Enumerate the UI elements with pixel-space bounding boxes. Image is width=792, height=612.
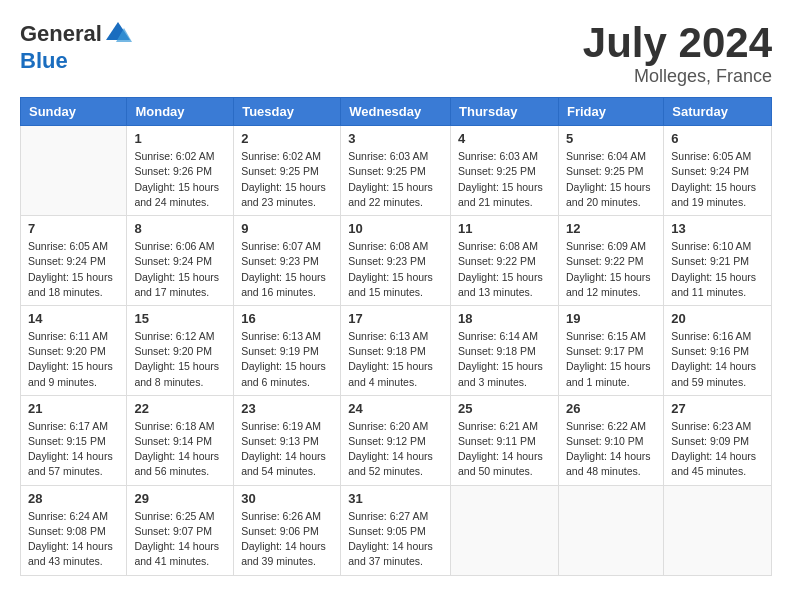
day-info: Sunrise: 6:23 AM Sunset: 9:09 PM Dayligh…	[671, 419, 764, 480]
day-number: 30	[241, 491, 333, 506]
calendar-cell: 30Sunrise: 6:26 AM Sunset: 9:06 PM Dayli…	[234, 485, 341, 575]
day-info: Sunrise: 6:24 AM Sunset: 9:08 PM Dayligh…	[28, 509, 119, 570]
day-number: 5	[566, 131, 656, 146]
calendar-cell: 28Sunrise: 6:24 AM Sunset: 9:08 PM Dayli…	[21, 485, 127, 575]
day-info: Sunrise: 6:25 AM Sunset: 9:07 PM Dayligh…	[134, 509, 226, 570]
day-info: Sunrise: 6:21 AM Sunset: 9:11 PM Dayligh…	[458, 419, 551, 480]
day-info: Sunrise: 6:13 AM Sunset: 9:19 PM Dayligh…	[241, 329, 333, 390]
day-info: Sunrise: 6:03 AM Sunset: 9:25 PM Dayligh…	[458, 149, 551, 210]
title-section: July 2024 Molleges, France	[583, 20, 772, 87]
day-number: 18	[458, 311, 551, 326]
day-number: 23	[241, 401, 333, 416]
day-info: Sunrise: 6:08 AM Sunset: 9:23 PM Dayligh…	[348, 239, 443, 300]
calendar-week-5: 28Sunrise: 6:24 AM Sunset: 9:08 PM Dayli…	[21, 485, 772, 575]
day-number: 11	[458, 221, 551, 236]
day-info: Sunrise: 6:09 AM Sunset: 9:22 PM Dayligh…	[566, 239, 656, 300]
day-info: Sunrise: 6:27 AM Sunset: 9:05 PM Dayligh…	[348, 509, 443, 570]
day-number: 29	[134, 491, 226, 506]
calendar-cell: 16Sunrise: 6:13 AM Sunset: 9:19 PM Dayli…	[234, 305, 341, 395]
calendar-cell: 31Sunrise: 6:27 AM Sunset: 9:05 PM Dayli…	[341, 485, 451, 575]
calendar-cell	[664, 485, 772, 575]
day-info: Sunrise: 6:05 AM Sunset: 9:24 PM Dayligh…	[671, 149, 764, 210]
day-number: 27	[671, 401, 764, 416]
day-info: Sunrise: 6:18 AM Sunset: 9:14 PM Dayligh…	[134, 419, 226, 480]
location-title: Molleges, France	[583, 66, 772, 87]
calendar-cell	[21, 126, 127, 216]
day-info: Sunrise: 6:10 AM Sunset: 9:21 PM Dayligh…	[671, 239, 764, 300]
calendar-cell: 14Sunrise: 6:11 AM Sunset: 9:20 PM Dayli…	[21, 305, 127, 395]
calendar-cell: 15Sunrise: 6:12 AM Sunset: 9:20 PM Dayli…	[127, 305, 234, 395]
calendar-week-3: 14Sunrise: 6:11 AM Sunset: 9:20 PM Dayli…	[21, 305, 772, 395]
calendar-cell: 6Sunrise: 6:05 AM Sunset: 9:24 PM Daylig…	[664, 126, 772, 216]
day-number: 9	[241, 221, 333, 236]
day-number: 2	[241, 131, 333, 146]
month-year-title: July 2024	[583, 20, 772, 66]
calendar-cell: 13Sunrise: 6:10 AM Sunset: 9:21 PM Dayli…	[664, 216, 772, 306]
calendar-cell: 5Sunrise: 6:04 AM Sunset: 9:25 PM Daylig…	[558, 126, 663, 216]
calendar-cell: 3Sunrise: 6:03 AM Sunset: 9:25 PM Daylig…	[341, 126, 451, 216]
weekday-header-monday: Monday	[127, 98, 234, 126]
weekday-header-friday: Friday	[558, 98, 663, 126]
day-number: 26	[566, 401, 656, 416]
calendar-cell: 25Sunrise: 6:21 AM Sunset: 9:11 PM Dayli…	[451, 395, 559, 485]
day-number: 1	[134, 131, 226, 146]
day-info: Sunrise: 6:17 AM Sunset: 9:15 PM Dayligh…	[28, 419, 119, 480]
day-info: Sunrise: 6:02 AM Sunset: 9:25 PM Dayligh…	[241, 149, 333, 210]
logo: General Blue	[20, 20, 132, 74]
day-info: Sunrise: 6:19 AM Sunset: 9:13 PM Dayligh…	[241, 419, 333, 480]
day-info: Sunrise: 6:12 AM Sunset: 9:20 PM Dayligh…	[134, 329, 226, 390]
day-number: 6	[671, 131, 764, 146]
day-info: Sunrise: 6:16 AM Sunset: 9:16 PM Dayligh…	[671, 329, 764, 390]
day-number: 22	[134, 401, 226, 416]
day-number: 12	[566, 221, 656, 236]
day-number: 20	[671, 311, 764, 326]
day-number: 28	[28, 491, 119, 506]
calendar-cell: 1Sunrise: 6:02 AM Sunset: 9:26 PM Daylig…	[127, 126, 234, 216]
day-info: Sunrise: 6:26 AM Sunset: 9:06 PM Dayligh…	[241, 509, 333, 570]
day-info: Sunrise: 6:07 AM Sunset: 9:23 PM Dayligh…	[241, 239, 333, 300]
day-number: 8	[134, 221, 226, 236]
day-info: Sunrise: 6:06 AM Sunset: 9:24 PM Dayligh…	[134, 239, 226, 300]
calendar-cell: 12Sunrise: 6:09 AM Sunset: 9:22 PM Dayli…	[558, 216, 663, 306]
day-info: Sunrise: 6:05 AM Sunset: 9:24 PM Dayligh…	[28, 239, 119, 300]
calendar-week-1: 1Sunrise: 6:02 AM Sunset: 9:26 PM Daylig…	[21, 126, 772, 216]
day-number: 25	[458, 401, 551, 416]
day-number: 31	[348, 491, 443, 506]
calendar-cell: 7Sunrise: 6:05 AM Sunset: 9:24 PM Daylig…	[21, 216, 127, 306]
calendar-cell: 4Sunrise: 6:03 AM Sunset: 9:25 PM Daylig…	[451, 126, 559, 216]
day-info: Sunrise: 6:02 AM Sunset: 9:26 PM Dayligh…	[134, 149, 226, 210]
page-header: General Blue July 2024 Molleges, France	[20, 20, 772, 87]
calendar-cell: 23Sunrise: 6:19 AM Sunset: 9:13 PM Dayli…	[234, 395, 341, 485]
calendar-cell: 20Sunrise: 6:16 AM Sunset: 9:16 PM Dayli…	[664, 305, 772, 395]
calendar-cell	[558, 485, 663, 575]
calendar-cell: 21Sunrise: 6:17 AM Sunset: 9:15 PM Dayli…	[21, 395, 127, 485]
day-info: Sunrise: 6:03 AM Sunset: 9:25 PM Dayligh…	[348, 149, 443, 210]
day-number: 24	[348, 401, 443, 416]
day-number: 15	[134, 311, 226, 326]
day-number: 19	[566, 311, 656, 326]
weekday-header-thursday: Thursday	[451, 98, 559, 126]
day-info: Sunrise: 6:20 AM Sunset: 9:12 PM Dayligh…	[348, 419, 443, 480]
day-number: 7	[28, 221, 119, 236]
weekday-header-wednesday: Wednesday	[341, 98, 451, 126]
day-info: Sunrise: 6:08 AM Sunset: 9:22 PM Dayligh…	[458, 239, 551, 300]
calendar-week-2: 7Sunrise: 6:05 AM Sunset: 9:24 PM Daylig…	[21, 216, 772, 306]
day-info: Sunrise: 6:11 AM Sunset: 9:20 PM Dayligh…	[28, 329, 119, 390]
day-info: Sunrise: 6:14 AM Sunset: 9:18 PM Dayligh…	[458, 329, 551, 390]
calendar-cell: 27Sunrise: 6:23 AM Sunset: 9:09 PM Dayli…	[664, 395, 772, 485]
calendar-week-4: 21Sunrise: 6:17 AM Sunset: 9:15 PM Dayli…	[21, 395, 772, 485]
day-number: 17	[348, 311, 443, 326]
weekday-header-saturday: Saturday	[664, 98, 772, 126]
logo-blue-text: Blue	[20, 48, 68, 74]
calendar-cell: 2Sunrise: 6:02 AM Sunset: 9:25 PM Daylig…	[234, 126, 341, 216]
calendar-cell: 9Sunrise: 6:07 AM Sunset: 9:23 PM Daylig…	[234, 216, 341, 306]
logo-general-text: General	[20, 21, 102, 47]
calendar-cell: 11Sunrise: 6:08 AM Sunset: 9:22 PM Dayli…	[451, 216, 559, 306]
calendar-cell: 18Sunrise: 6:14 AM Sunset: 9:18 PM Dayli…	[451, 305, 559, 395]
calendar-table: SundayMondayTuesdayWednesdayThursdayFrid…	[20, 97, 772, 575]
day-number: 10	[348, 221, 443, 236]
day-number: 14	[28, 311, 119, 326]
weekday-header-tuesday: Tuesday	[234, 98, 341, 126]
calendar-cell: 29Sunrise: 6:25 AM Sunset: 9:07 PM Dayli…	[127, 485, 234, 575]
day-info: Sunrise: 6:13 AM Sunset: 9:18 PM Dayligh…	[348, 329, 443, 390]
